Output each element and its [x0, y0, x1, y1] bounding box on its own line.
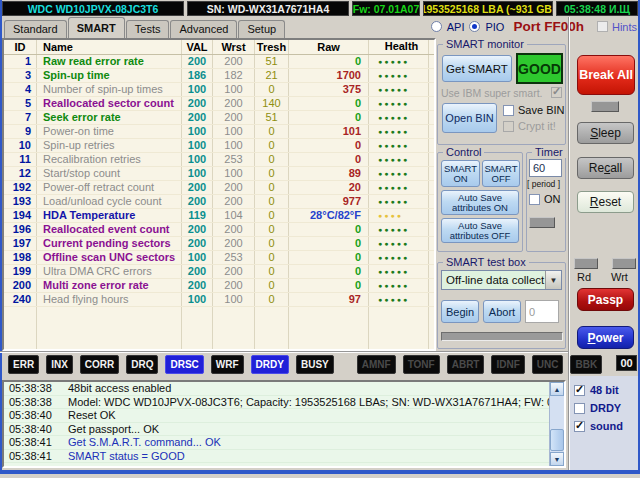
test-select[interactable]: Off-line data collect ▼: [441, 270, 562, 290]
option-checkbox[interactable]: [574, 421, 585, 432]
log-timestamp: 05:38:38: [4, 396, 56, 409]
tab-item[interactable]: Advanced: [170, 20, 237, 38]
begin-button[interactable]: Begin: [441, 300, 479, 323]
cell-tresh: 0: [255, 209, 289, 222]
cell-raw: 0: [289, 279, 369, 292]
cell-tresh: 0: [255, 167, 289, 180]
cell-id: 3: [4, 69, 37, 82]
cell-val: 100: [182, 83, 213, 96]
open-bin-button[interactable]: Open BIN: [442, 103, 497, 133]
sleep-button[interactable]: Sleep: [577, 122, 634, 144]
timer-input[interactable]: [529, 159, 562, 177]
tab-item[interactable]: Standard: [4, 20, 67, 38]
table-row: 10 Spin-up retries 100 100 0 0 ●●●●●: [4, 139, 434, 153]
get-smart-button[interactable]: Get SMART: [442, 55, 512, 82]
api-radio-label: API: [447, 21, 465, 33]
cell-val: 100: [182, 125, 213, 138]
log-line: 05:38:41 SMART status = GOOD: [4, 450, 564, 464]
device-info-bar: WDC WD10JPVX-08JC3T6 SN: WD-WX31A7671HA4…: [2, 1, 638, 16]
cell-health-dots: ●●●●●: [369, 111, 429, 124]
cell-name: Start/stop count: [37, 167, 182, 180]
col-header-val: VAL: [182, 40, 213, 54]
cell-val: 100: [182, 251, 213, 264]
status-led: DRQ: [126, 355, 158, 374]
cell-val: 100: [182, 139, 213, 152]
cell-val: 100: [182, 167, 213, 180]
timer-on-option: ON: [529, 193, 561, 205]
status-led: TONF: [403, 355, 440, 374]
hints-checkbox[interactable]: [597, 21, 608, 32]
option-row: sound: [574, 417, 623, 435]
status-led: AMNF: [357, 355, 396, 374]
cell-name: Raw read error rate: [37, 55, 182, 68]
cell-name: Current pending sectors: [37, 237, 182, 250]
save-bin-option: Save BIN: [503, 104, 564, 116]
cell-tresh: 51: [255, 55, 289, 68]
abort-button[interactable]: Abort: [483, 300, 521, 323]
cell-wrst: 200: [213, 195, 255, 208]
device-model: WDC WD10JPVX-08JC3T6: [2, 1, 184, 16]
cell-val: 100: [182, 293, 213, 306]
cell-id: 199: [4, 265, 37, 278]
wrt-led: [612, 258, 636, 269]
autosave-on-button[interactable]: Auto Save attributes ON: [441, 190, 519, 215]
status-led-bar: ERR INX CORR DRQ DRSC WRF DRDY BUSY AMNF…: [8, 355, 602, 374]
cell-raw: 1700: [289, 69, 369, 82]
chevron-down-icon[interactable]: ▼: [545, 271, 561, 289]
save-bin-label: Save BIN: [518, 104, 564, 116]
smart-on-button[interactable]: SMART ON: [441, 160, 480, 187]
cell-tresh: 0: [255, 251, 289, 264]
cell-tresh: 51: [255, 111, 289, 124]
option-label: sound: [590, 420, 623, 432]
recall-button[interactable]: Recall: [577, 157, 634, 179]
api-radio[interactable]: [431, 21, 442, 32]
cell-id: 5: [4, 97, 37, 110]
scroll-thumb[interactable]: [550, 429, 564, 451]
col-header-name: Name: [37, 40, 182, 54]
cell-tresh: 0: [255, 279, 289, 292]
clock: 05:38:48 И.Щ: [556, 1, 638, 16]
cell-wrst: 100: [213, 293, 255, 306]
cell-id: 12: [4, 167, 37, 180]
passp-button[interactable]: Passp: [577, 288, 634, 311]
reset-button[interactable]: Reset: [577, 191, 634, 213]
scroll-up-icon[interactable]: ▲: [550, 382, 564, 396]
timer-title: Timer: [532, 146, 566, 158]
table-row: 9 Power-on time 100 100 0 101 ●●●●●: [4, 125, 434, 139]
cell-raw: 0: [289, 223, 369, 236]
cell-raw: 89: [289, 167, 369, 180]
cell-tresh: 0: [255, 265, 289, 278]
smart-monitor-title: SMART monitor: [443, 38, 527, 50]
crypt-it-option: Crypt it!: [503, 120, 556, 132]
timer-on-checkbox[interactable]: [529, 194, 540, 205]
cell-name: Number of spin-up times: [37, 83, 182, 96]
autosave-off-button[interactable]: Auto Save attributes OFF: [441, 218, 519, 243]
table-row: 5 Reallocated sector count 200 200 140 0…: [4, 97, 434, 111]
option-checkbox[interactable]: [574, 403, 585, 414]
cell-health-dots: ●●●●●: [369, 167, 429, 180]
tab-item[interactable]: SMART: [68, 17, 125, 38]
cell-tresh: 0: [255, 83, 289, 96]
scroll-down-icon[interactable]: ▼: [550, 452, 564, 466]
option-row: 48 bit: [574, 381, 623, 399]
smart-off-button[interactable]: SMART OFF: [482, 160, 520, 187]
pio-radio[interactable]: [469, 21, 480, 32]
cell-val: 200: [182, 195, 213, 208]
power-button[interactable]: Power: [577, 326, 634, 349]
table-row: 12 Start/stop count 100 100 0 89 ●●●●●: [4, 167, 434, 181]
log-scrollbar[interactable]: ▲ ▼: [549, 382, 564, 466]
option-checkbox[interactable]: [574, 385, 585, 396]
device-serial: SN: WD-WX31A7671HA4: [187, 1, 349, 16]
log-line: 05:38:40 Get passport... OK: [4, 423, 564, 437]
tab-item[interactable]: Setup: [238, 20, 285, 38]
cell-name: Offline scan UNC sectors: [37, 251, 182, 264]
cell-id: 11: [4, 153, 37, 166]
cell-health-dots: ●●●●●: [369, 279, 429, 292]
tab-item[interactable]: Tests: [126, 20, 170, 38]
table-row: 7 Seek error rate 200 200 51 0 ●●●●●: [4, 111, 434, 125]
save-bin-checkbox[interactable]: [503, 105, 514, 116]
break-all-button[interactable]: Break All: [577, 55, 635, 95]
log-line: 05:38:41 Get S.M.A.R.T. command... OK: [4, 436, 564, 450]
col-header-raw: Raw: [289, 40, 369, 54]
status-led: INX: [46, 355, 73, 374]
